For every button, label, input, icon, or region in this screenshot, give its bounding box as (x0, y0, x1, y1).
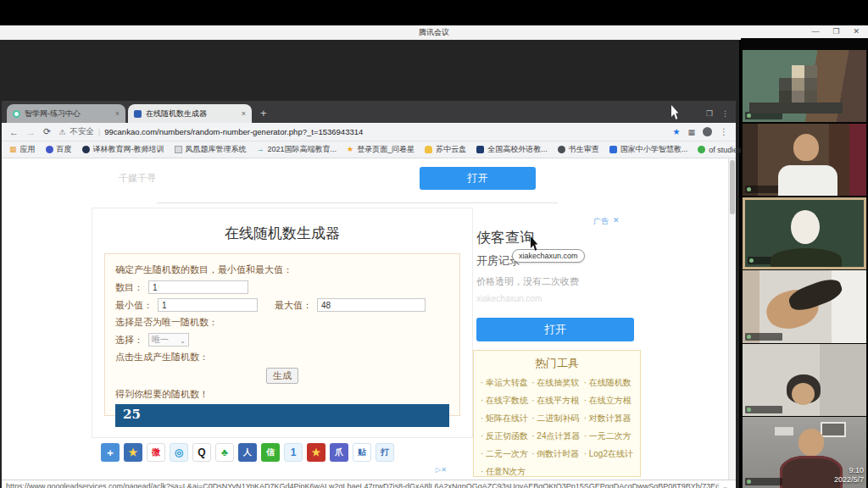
taskbar-clock: 9:10 2022/5/7 (834, 466, 864, 485)
participant-video-column: 9:10 2022/5/7 (741, 38, 868, 488)
unique-select[interactable]: 唯一 (148, 333, 189, 347)
browser-kebab-menu-icon[interactable]: ⋮ (720, 127, 728, 136)
qzone-icon[interactable]: ★ (124, 443, 142, 462)
close-icon[interactable]: ✕ (853, 27, 860, 36)
count-label: 数目： (115, 281, 143, 294)
side-ad-title[interactable]: 侠客查询 (476, 228, 534, 247)
print-icon[interactable]: 打 (376, 443, 394, 462)
hot-tool-link[interactable]: 二进制补码 (531, 413, 580, 424)
hot-tool-link[interactable]: 倒数计时器 (531, 448, 580, 460)
back-icon[interactable]: ← (9, 127, 19, 137)
hot-tool-link[interactable]: 在线抽奖软 (531, 377, 580, 389)
bookmark-of-studies[interactable]: of studies (698, 146, 742, 154)
hot-tool-link[interactable]: 反正切函数 (481, 430, 528, 442)
bookmark-shusheng[interactable]: 书生审查 (558, 144, 599, 155)
participant-video-1[interactable] (743, 50, 866, 122)
tab2-favicon (134, 110, 142, 118)
hot-tools-grid: 幸运大转盘 在线抽奖软 在线随机数 在线字数统 在线平方根 在线立方根 矩阵在线… (481, 377, 633, 478)
participant-video-3[interactable] (743, 197, 866, 269)
page-scrollbar[interactable] (728, 158, 736, 480)
generator-card: 在线随机数生成器 确定产生随机数的数目，最小值和最大值： 数目： 最小值： 最大… (92, 208, 473, 438)
ad-close-icon[interactable]: ✕ (613, 216, 620, 227)
baidu-home-icon[interactable]: ★ (307, 443, 326, 462)
side-ad-open-button[interactable]: 打开 (476, 318, 634, 341)
count-input[interactable] (148, 280, 248, 294)
wechat-icon[interactable]: 信 (261, 443, 280, 462)
hot-tool-link[interactable]: 24点计算器 (531, 430, 580, 442)
bookmark-foreign-teachers[interactable]: 全国高校外语教... (476, 144, 548, 155)
participant-name-label (748, 257, 785, 264)
tab-random-generator[interactable]: 在线随机数生成器 × (128, 104, 252, 123)
min-input[interactable] (158, 298, 258, 312)
yixin-icon[interactable]: 1 (284, 443, 303, 462)
minimize-icon[interactable]: — (811, 27, 819, 36)
hot-tool-link[interactable]: 任意N次方 (481, 466, 528, 478)
participant-name-label (745, 333, 782, 341)
bookmark-2021-edu[interactable]: →2021国际高端教育... (257, 144, 337, 155)
bookmark-yilin[interactable]: 译林教育网-教师培训 (82, 144, 164, 155)
reload-icon[interactable]: ⟳ (43, 126, 51, 137)
max-label: 最大值： (275, 299, 312, 312)
tab1-title: 智学网-练习中心 (25, 108, 111, 119)
blue-square-icon (609, 146, 617, 153)
participant-video-2[interactable] (743, 124, 866, 196)
participant-video-5[interactable] (743, 344, 866, 416)
renren-icon[interactable]: 人 (238, 443, 257, 462)
tab2-title: 在线随机数生成器 (146, 108, 237, 119)
browser-restore-icon[interactable]: ❐ (706, 109, 713, 118)
hot-tool-link[interactable]: 在线平方根 (531, 395, 580, 407)
generate-button[interactable]: 生成 (266, 368, 298, 384)
hot-tool-link[interactable]: Log2在线计 (584, 448, 633, 460)
bookmark-suzhong-cloud[interactable]: 苏中云盘 (425, 144, 466, 155)
forward-icon[interactable]: → (26, 127, 36, 137)
clock-date: 2022/5/7 (834, 475, 864, 485)
dark-circle-icon (558, 146, 565, 153)
tab-zhixuewang[interactable]: 智学网-练习中心 × (7, 104, 125, 123)
participant-name-label (745, 478, 782, 485)
hot-tool-link[interactable]: 在线字数统 (481, 395, 528, 407)
browser-window: 智学网-练习中心 × 在线随机数生成器 × + ❐ ⋮ ← → (2, 101, 736, 488)
select-value: 唯一 (152, 334, 169, 346)
bookmark-apps[interactable]: ▦应用 (9, 144, 36, 155)
hot-tool-link[interactable]: 矩阵在线计 (481, 413, 528, 424)
hot-tool-link[interactable]: 一元二次方 (584, 430, 633, 442)
clock-time: 9:10 (834, 466, 864, 475)
share-more-icon[interactable]: ＋ (101, 443, 120, 462)
qq-icon[interactable]: Q (192, 443, 211, 462)
meeting-title: 腾讯会议 (419, 27, 449, 38)
sina-weibo-icon[interactable]: 微 (147, 443, 165, 462)
hot-tool-link[interactable]: 幸运大转盘 (481, 377, 528, 389)
hot-tool-link[interactable]: 二元一次方 (481, 448, 528, 460)
restore-icon[interactable]: ❐ (832, 27, 839, 36)
hot-tool-link[interactable]: 对数计算器 (584, 413, 633, 424)
tencent-weibo-icon[interactable]: ◎ (170, 443, 188, 462)
address-separator: | (98, 127, 100, 136)
participant-video-4[interactable] (743, 270, 866, 343)
clover-icon[interactable]: ♣ (215, 443, 234, 462)
top-ad-open-button[interactable]: 打开 (420, 167, 536, 190)
tab1-close-icon[interactable]: × (115, 109, 120, 118)
scrollbar-thumb[interactable] (730, 160, 735, 214)
bookmark-fenghuang[interactable]: 凤凰题库管理系统 (175, 144, 247, 155)
bookmark-star-icon[interactable]: ★ (673, 127, 681, 136)
max-input[interactable] (317, 298, 426, 312)
bookmark-smart-edu[interactable]: 国家中小学智慧教... (609, 144, 688, 155)
tab2-close-icon[interactable]: × (242, 109, 246, 118)
top-ad-text: 千媒千寻 (119, 172, 156, 185)
baidu-tieba-paw-icon[interactable]: 爪 (330, 443, 348, 462)
bookmark-baidu[interactable]: 百度 (46, 144, 72, 155)
bottom-ad-marker[interactable]: ▷✕ (436, 466, 447, 474)
profile-avatar[interactable] (703, 127, 712, 136)
status-chevron-icon[interactable]: ⌄ (718, 483, 732, 488)
baidu-icon (46, 146, 53, 153)
hot-tool-link[interactable]: 在线立方根 (584, 395, 633, 407)
link-tooltip: xiakechaxun.com (512, 249, 585, 263)
extensions-icon[interactable]: ▦ (687, 128, 695, 136)
status-link-url: https://www.googleadservices.com/pagead/… (6, 482, 718, 488)
new-tab-button[interactable]: + (260, 107, 267, 119)
browser-menu-icon[interactable]: ⋮ (721, 109, 729, 118)
hot-tool-link[interactable]: 在线随机数 (584, 377, 633, 389)
bookmark-wenjuanxing[interactable]: ★登录页面_问卷星 (347, 144, 415, 155)
tieba-post-icon[interactable]: 贴 (353, 443, 371, 462)
address-bar[interactable]: ⚠ 不安全 | 99cankao.com/numbers/random-numb… (58, 126, 665, 137)
